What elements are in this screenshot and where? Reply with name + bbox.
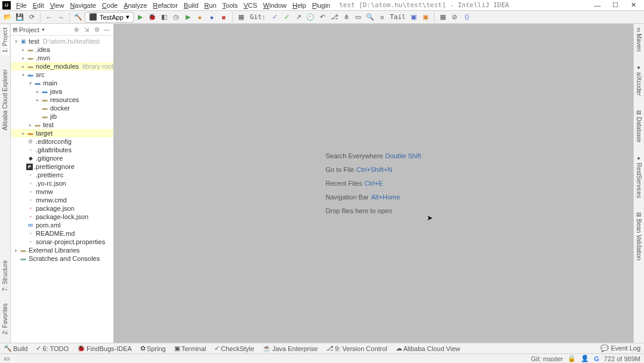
- vcs-push-icon[interactable]: ↗: [293, 12, 304, 23]
- plugin3-icon[interactable]: ⟨⟩: [461, 12, 472, 23]
- right-tab-aixcoder[interactable]: ● aiXcoder: [635, 62, 643, 98]
- menu-code[interactable]: Code: [100, 1, 119, 10]
- tree-item--mvn[interactable]: ▸▬.mvn: [11, 54, 113, 62]
- right-tab-maven[interactable]: m Maven: [635, 25, 643, 54]
- bottom-tab-java-enterprise[interactable]: ☕Java Enterprise: [263, 344, 318, 352]
- menu-vcs[interactable]: VCS: [242, 1, 259, 10]
- status-google-icon[interactable]: G: [594, 355, 599, 362]
- vcs-rollback-icon[interactable]: ↶: [317, 12, 328, 23]
- git-merge-icon[interactable]: ⋔: [341, 12, 352, 23]
- tree-item-External-Libraries[interactable]: ▸▬External Libraries: [11, 246, 113, 254]
- tail1-icon[interactable]: ▣: [408, 12, 419, 23]
- status-lock-icon[interactable]: 🔒: [568, 355, 576, 362]
- menu-file[interactable]: File: [14, 1, 29, 10]
- search-icon[interactable]: 🔍: [365, 12, 375, 23]
- tree-item--prettierignore[interactable]: P.prettierignore: [11, 162, 113, 171]
- coverage-icon[interactable]: ◧: [159, 12, 170, 23]
- hide-icon[interactable]: —: [103, 26, 111, 34]
- stop-icon[interactable]: ■: [218, 12, 229, 23]
- menu-help[interactable]: Help: [291, 1, 308, 10]
- status-memory[interactable]: 722 of 989M: [604, 355, 640, 362]
- back-icon[interactable]: ←: [44, 12, 54, 23]
- tail2-icon[interactable]: ▣: [420, 12, 431, 23]
- tree-item--prettierrc[interactable]: ▫.prettierrc: [11, 171, 113, 179]
- menu-plugin[interactable]: Plugin: [310, 1, 332, 10]
- bottom-tab-event-log[interactable]: 💬 Event Log: [600, 344, 640, 352]
- forward-icon[interactable]: →: [56, 12, 66, 23]
- hotswap-icon[interactable]: ●: [195, 12, 205, 23]
- save-icon[interactable]: 💾: [14, 12, 25, 23]
- bottom-tab-spring[interactable]: ✿Spring: [140, 344, 166, 352]
- tree-item-src[interactable]: ▾▬src: [11, 70, 113, 79]
- menu-tools[interactable]: Tools: [221, 1, 240, 10]
- status-inspect-icon[interactable]: 👤: [581, 355, 589, 362]
- tree-item--gitignore[interactable]: ◆.gitignore: [11, 154, 113, 162]
- status-git-branch[interactable]: Git: master: [531, 355, 563, 362]
- right-tab-database[interactable]: ▤ Database: [635, 107, 643, 145]
- tree-item-Scratches-and-Consoles[interactable]: ▬Scratches and Consoles: [11, 254, 113, 263]
- bottom-tab-9-version-control[interactable]: ⎇9: Version Control: [326, 344, 387, 352]
- run2-icon[interactable]: ▶: [183, 12, 193, 23]
- layout-icon[interactable]: ▦: [236, 12, 246, 23]
- tree-item--idea[interactable]: ▸▬.idea: [11, 45, 113, 54]
- vcs-commit-icon[interactable]: ✓: [281, 12, 292, 23]
- right-tab-bean-validation[interactable]: ▤ Bean Validation: [635, 209, 643, 263]
- bottom-tab-build[interactable]: 🔨Build: [4, 344, 27, 352]
- menu-build[interactable]: Build: [182, 1, 200, 10]
- sync-icon[interactable]: ⟳: [26, 12, 37, 23]
- vcs-update-icon[interactable]: ✓: [269, 12, 280, 23]
- tree-item-docker[interactable]: ▬docker: [11, 104, 113, 112]
- tree-item-sonar-project-properties[interactable]: ▫sonar-project.properties: [11, 238, 113, 246]
- menu-window[interactable]: Window: [261, 1, 288, 10]
- run-icon[interactable]: ▶: [135, 12, 146, 23]
- bottom-tab-checkstyle[interactable]: ✓CheckStyle: [214, 344, 254, 352]
- vcs-history-icon[interactable]: 🕘: [305, 12, 316, 23]
- tree-item--gitattributes[interactable]: ▫.gitattributes: [11, 146, 113, 154]
- tab-project[interactable]: 1: Project: [1, 25, 9, 55]
- debug-icon[interactable]: 🐞: [147, 12, 158, 23]
- tree-item-test[interactable]: ▸▬test: [11, 121, 113, 129]
- profile-icon[interactable]: ◷: [171, 12, 181, 23]
- collapse-all-icon[interactable]: ⇲: [82, 26, 91, 34]
- bottom-tab-alibaba-cloud-view[interactable]: ☁Alibaba Cloud View: [396, 344, 460, 352]
- structure-icon[interactable]: ≡: [377, 12, 387, 23]
- tree-item-mvnw[interactable]: ▫mvnw: [11, 187, 113, 196]
- menu-edit[interactable]: Edit: [31, 1, 46, 10]
- right-tab-restservices[interactable]: ● RestServices: [635, 153, 643, 201]
- attach-icon[interactable]: ●: [207, 12, 217, 23]
- settings-icon[interactable]: ⚙: [93, 26, 101, 34]
- menu-navigate[interactable]: Navigate: [68, 1, 97, 10]
- tree-item-java[interactable]: ▸▬java: [11, 87, 113, 96]
- tree-item-pom-xml[interactable]: mpom.xml: [11, 221, 113, 229]
- menu-view[interactable]: View: [48, 1, 66, 10]
- run-config-selector[interactable]: ⬛TestApp▾: [85, 12, 134, 23]
- tree-item-package-json[interactable]: ▫package.json: [11, 204, 113, 213]
- tree-item-main[interactable]: ▾▬main: [11, 79, 113, 87]
- bottom-tab-findbugs-idea[interactable]: 🐞FindBugs-IDEA: [77, 344, 132, 352]
- open-file-icon[interactable]: 📂: [2, 12, 13, 23]
- tree-item-jib[interactable]: ▬jib: [11, 112, 113, 121]
- tree-item-target[interactable]: ▸▬target: [11, 129, 113, 137]
- tree-item--editorconfig[interactable]: ⚙.editorconfig: [11, 137, 113, 146]
- plugin1-icon[interactable]: ▦: [437, 12, 448, 23]
- tab-structure[interactable]: 7: Structure: [1, 258, 9, 294]
- editor-empty-state[interactable]: Search EverywhereDouble ShiftGo to FileC…: [113, 24, 633, 343]
- tree-item-README-md[interactable]: ▫README.md: [11, 229, 113, 238]
- close-button[interactable]: ✕: [625, 1, 642, 10]
- project-tree[interactable]: ▾▣testD:\atom.hu\test\test▸▬.idea▸▬.mvn▸…: [11, 36, 113, 343]
- project-panel-title[interactable]: ▤ Project ▾: [13, 26, 45, 33]
- tree-item-mvnw-cmd[interactable]: ▫mvnw.cmd: [11, 196, 113, 204]
- tab-alibaba-explorer[interactable]: Alibaba Cloud Explorer: [1, 67, 9, 133]
- tree-item--yo-rc-json[interactable]: ▫.yo-rc.json: [11, 179, 113, 187]
- minimize-button[interactable]: —: [589, 1, 606, 10]
- scroll-from-source-icon[interactable]: ⊕: [72, 26, 81, 34]
- branch-icon[interactable]: ⎇: [329, 12, 340, 23]
- tree-item-node_modules[interactable]: ▸▬node_moduleslibrary root: [11, 62, 113, 70]
- maximize-button[interactable]: ☐: [607, 1, 624, 10]
- tree-item-test[interactable]: ▾▣testD:\atom.hu\test\test: [11, 37, 113, 45]
- menu-refactor[interactable]: Refactor: [151, 1, 180, 10]
- tree-item-package-lock-json[interactable]: ▫package-lock.json: [11, 213, 113, 221]
- bottom-tab-terminal[interactable]: ▣Terminal: [174, 344, 207, 352]
- bottom-tab-6-todo[interactable]: ✓6: TODO: [36, 344, 69, 352]
- plugin2-icon[interactable]: ⊘: [449, 12, 460, 23]
